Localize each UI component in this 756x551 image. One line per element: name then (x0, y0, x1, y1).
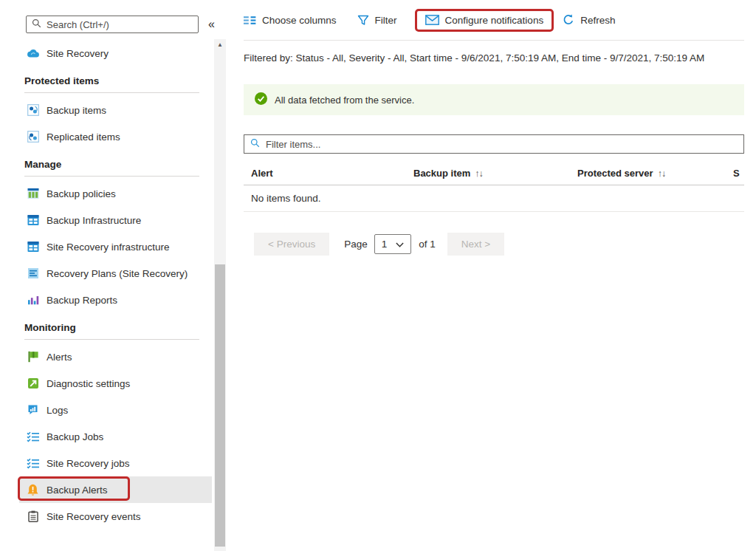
sidebar-item-label: Replicated items (47, 131, 120, 143)
sidebar-item-label: Diagnostic settings (47, 378, 130, 389)
main-content: Choose columnsFilterConfigure notificati… (244, 0, 744, 256)
column-header-backup-item[interactable]: Backup item↑↓ (413, 168, 483, 179)
sidebar-item-label: Recovery Plans (Site Recovery) (47, 268, 188, 279)
column-header-protected-server[interactable]: Protected server↑↓ (577, 168, 665, 179)
columns-icon (244, 15, 256, 25)
toolbar-button-label: Filter (375, 15, 397, 26)
jobs-list-icon (27, 431, 39, 443)
sidebar-scrollbar[interactable]: ▲ (214, 39, 226, 551)
infrastructure-icon (27, 214, 39, 227)
sidebar-item-label: Site Recovery infrastructure (47, 242, 170, 253)
sidebar-item-backup-jobs[interactable]: Backup Jobs (0, 423, 212, 450)
alerts-flag-icon (27, 351, 39, 363)
sidebar-search-input[interactable] (47, 19, 193, 30)
recovery-plans-icon (27, 267, 39, 280)
sidebar-item-backup-items[interactable]: Backup items (0, 97, 212, 123)
infrastructure-icon (27, 241, 39, 253)
page-label: Page (344, 239, 368, 250)
column-header-s[interactable]: S (733, 168, 740, 179)
pagination: < Previous Page 1 of 1 Next > (244, 233, 744, 256)
toolbar-button-filter[interactable]: Filter (357, 10, 397, 30)
sidebar-item-label: Site Recovery jobs (47, 458, 130, 469)
sort-arrows-icon[interactable]: ↑↓ (475, 168, 483, 179)
toolbar-button-label: Configure notifications (445, 15, 544, 26)
replicated-items-icon (27, 131, 39, 143)
sidebar-item-backup-alerts[interactable]: Backup Alerts (0, 476, 212, 503)
column-header-alert[interactable]: Alert (251, 168, 273, 179)
toolbar-button-label: Choose columns (262, 15, 337, 26)
reports-icon (27, 294, 39, 307)
filter-items-input[interactable] (266, 139, 738, 150)
search-icon (250, 137, 260, 151)
backup-items-icon (27, 104, 39, 117)
sidebar-item-label: Backup Jobs (47, 431, 103, 442)
sidebar-nav: Site RecoveryProtected itemsBackup items… (0, 40, 213, 530)
toolbar-button-label: Refresh (580, 15, 615, 26)
sidebar-item-label: Site Recovery events (47, 511, 141, 522)
collapse-sidebar-icon[interactable]: « (208, 18, 215, 30)
page-number-select[interactable]: 1 (374, 234, 412, 254)
sidebar-search-row: « (26, 16, 215, 33)
scroll-up-icon[interactable]: ▲ (214, 41, 226, 48)
sidebar-item-backup-infrastructure[interactable]: Backup Infrastructure (0, 207, 212, 233)
check-circle-icon (255, 92, 267, 107)
sidebar-item-site-recovery-infrastructure[interactable]: Site Recovery infrastructure (0, 233, 212, 260)
sidebar-item-site-recovery[interactable]: Site Recovery (0, 40, 212, 66)
refresh-icon (563, 14, 574, 26)
filter-summary: Filtered by: Status - All, Severity - Al… (244, 52, 744, 64)
sidebar-item-site-recovery-jobs[interactable]: Site Recovery jobs (0, 450, 212, 476)
table-empty-row: No items found. (244, 185, 744, 212)
filter-icon (357, 15, 369, 26)
status-banner-text: All data fetched from the service. (275, 95, 414, 106)
clipboard-icon (27, 510, 39, 523)
sidebar-item-label: Logs (47, 405, 68, 416)
toolbar-button-refresh[interactable]: Refresh (563, 10, 615, 30)
toolbar-button-configure-notifications[interactable]: Configure notifications (415, 9, 554, 32)
current-page-value: 1 (382, 239, 388, 250)
sidebar-item-recovery-plans-site-recovery[interactable]: Recovery Plans (Site Recovery) (0, 260, 212, 287)
sidebar-item-label: Backup Reports (47, 295, 117, 306)
sidebar-item-label: Site Recovery (47, 48, 109, 59)
chevron-down-icon (396, 239, 404, 250)
bell-icon (27, 484, 39, 496)
command-toolbar: Choose columnsFilterConfigure notificati… (244, 0, 744, 41)
sidebar-item-site-recovery-events[interactable]: Site Recovery events (0, 503, 212, 530)
sidebar-item-alerts[interactable]: Alerts (0, 343, 212, 370)
site-recovery-icon (27, 47, 39, 60)
sidebar-item-label: Alerts (47, 352, 72, 363)
previous-page-button[interactable]: < Previous (254, 233, 329, 256)
diagnostic-settings-icon (27, 377, 39, 390)
column-header-label: Backup item (413, 168, 470, 179)
sidebar-item-diagnostic-settings[interactable]: Diagnostic settings (0, 370, 212, 397)
sidebar-item-logs[interactable]: Logs (0, 397, 212, 423)
toolbar-button-choose-columns[interactable]: Choose columns (244, 10, 337, 30)
page-of-label: of 1 (419, 239, 436, 250)
app-root: « Site RecoveryProtected itemsBackup ite… (0, 0, 756, 551)
mail-icon (425, 15, 439, 25)
column-header-label: S (733, 168, 740, 179)
jobs-list-icon (27, 457, 39, 470)
status-banner: All data fetched from the service. (244, 84, 744, 115)
filter-items-box[interactable] (244, 134, 744, 154)
sidebar-item-backup-policies[interactable]: Backup policies (0, 180, 212, 207)
sidebar-item-label: Backup items (47, 105, 106, 116)
search-icon (32, 18, 41, 31)
scrollbar-thumb[interactable] (215, 264, 225, 547)
sidebar-item-label: Backup Infrastructure (47, 215, 141, 226)
sort-arrows-icon[interactable]: ↑↓ (658, 168, 666, 179)
sidebar-search[interactable] (26, 16, 199, 33)
sidebar-section-monitoring: Monitoring (24, 319, 199, 340)
logs-icon (27, 404, 39, 417)
next-page-button[interactable]: Next > (447, 233, 504, 256)
sidebar-item-label: Backup policies (47, 188, 116, 199)
backup-policies-icon (27, 188, 39, 200)
sidebar: « Site RecoveryProtected itemsBackup ite… (0, 0, 230, 551)
sidebar-section-protected-items: Protected items (24, 72, 199, 93)
column-header-label: Protected server (577, 168, 653, 179)
column-header-label: Alert (251, 168, 273, 179)
sidebar-item-backup-reports[interactable]: Backup Reports (0, 287, 212, 313)
sidebar-item-label: Backup Alerts (47, 485, 108, 496)
sidebar-item-replicated-items[interactable]: Replicated items (0, 123, 212, 150)
sidebar-section-manage: Manage (24, 156, 199, 177)
table-header-row: AlertBackup item↑↓Protected server↑↓S (244, 162, 744, 185)
